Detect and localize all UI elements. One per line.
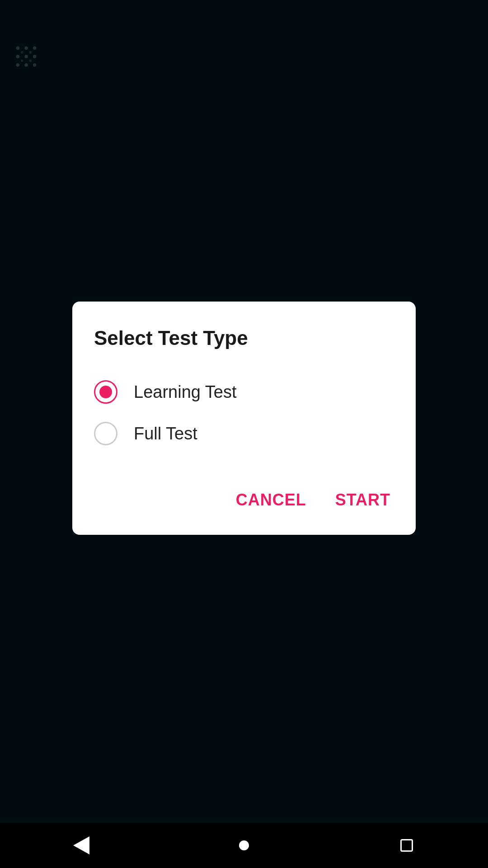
nav-recent-button[interactable] [384,832,429,859]
start-button[interactable]: START [332,483,394,517]
back-icon [73,836,89,854]
home-icon [239,840,249,850]
dialog: Select Test Type Learning Test Full Test… [72,302,416,535]
radio-option-learning[interactable]: Learning Test [94,371,394,413]
nav-bar [0,823,488,868]
dialog-overlay: Select Test Type Learning Test Full Test… [0,0,488,836]
recent-icon [400,839,413,852]
cancel-button[interactable]: CANCEL [232,483,310,517]
radio-option-full[interactable]: Full Test [94,413,394,454]
radio-circle-full[interactable] [94,422,117,445]
radio-label-full: Full Test [134,424,197,443]
dialog-title: Select Test Type [94,327,394,349]
nav-home-button[interactable] [221,832,267,859]
nav-back-button[interactable] [59,832,104,859]
dialog-actions: CANCEL START [94,476,394,517]
radio-circle-learning[interactable] [94,380,117,404]
radio-inner-learning [99,386,112,398]
radio-label-learning: Learning Test [134,382,236,402]
